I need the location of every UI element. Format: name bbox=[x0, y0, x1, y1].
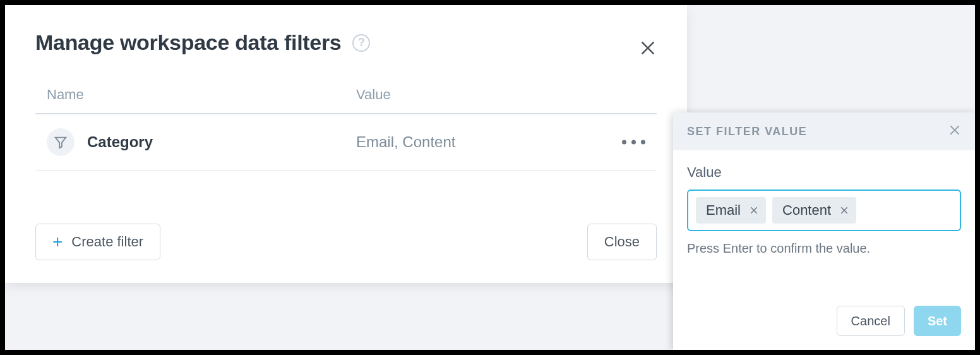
side-panel-header: SET FILTER VALUE bbox=[673, 112, 975, 150]
modal-title: Manage workspace data filters bbox=[35, 30, 341, 55]
more-icon bbox=[631, 140, 636, 145]
manage-filters-modal: Manage workspace data filters ? Name Val… bbox=[5, 5, 687, 283]
close-icon bbox=[750, 206, 758, 215]
remove-tag-button[interactable] bbox=[839, 205, 850, 216]
close-icon bbox=[840, 206, 849, 215]
modal-header: Manage workspace data filters ? bbox=[35, 30, 657, 55]
create-filter-label: Create filter bbox=[71, 234, 143, 250]
table-header: Name Value bbox=[35, 83, 657, 114]
value-tag: Content bbox=[772, 197, 856, 224]
close-icon bbox=[639, 39, 657, 57]
close-icon bbox=[948, 124, 961, 136]
column-header-name: Name bbox=[47, 87, 356, 103]
side-panel-footer: Cancel Set bbox=[673, 306, 975, 350]
filter-value: Email, Content bbox=[356, 133, 645, 151]
filter-name: Category bbox=[87, 133, 356, 151]
value-tag: Email bbox=[696, 197, 766, 224]
row-actions-button[interactable] bbox=[622, 140, 645, 145]
side-panel-body: Value Email Content Press Enter to confi… bbox=[673, 150, 975, 306]
value-tag-label: Content bbox=[782, 202, 831, 219]
close-button-label: Close bbox=[604, 234, 640, 250]
modal-footer: + Create filter Close bbox=[35, 224, 657, 260]
table-row[interactable]: Category Email, Content bbox=[35, 114, 657, 171]
set-button[interactable]: Set bbox=[914, 306, 961, 336]
more-icon bbox=[622, 140, 626, 145]
side-panel-title: SET FILTER VALUE bbox=[687, 125, 807, 138]
close-button[interactable]: Close bbox=[587, 224, 657, 260]
input-hint: Press Enter to confirm the value. bbox=[687, 241, 961, 256]
set-button-label: Set bbox=[928, 314, 947, 328]
value-tag-label: Email bbox=[706, 202, 741, 219]
create-filter-button[interactable]: + Create filter bbox=[35, 224, 160, 260]
plus-icon: + bbox=[52, 233, 63, 251]
set-filter-value-panel: SET FILTER VALUE Value Email Content Pre… bbox=[673, 112, 975, 350]
cancel-button-label: Cancel bbox=[851, 314, 890, 328]
more-icon bbox=[641, 140, 645, 145]
value-tag-input[interactable]: Email Content bbox=[687, 190, 961, 231]
cancel-button[interactable]: Cancel bbox=[837, 306, 905, 336]
filters-table: Name Value Category Email, Content bbox=[35, 83, 657, 171]
modal-close-button[interactable] bbox=[639, 39, 657, 59]
value-field-label: Value bbox=[687, 164, 961, 181]
help-icon[interactable]: ? bbox=[352, 34, 370, 52]
side-panel-close-button[interactable] bbox=[948, 124, 961, 139]
filter-icon bbox=[47, 128, 75, 156]
remove-tag-button[interactable] bbox=[748, 205, 760, 216]
column-header-value: Value bbox=[356, 87, 645, 103]
